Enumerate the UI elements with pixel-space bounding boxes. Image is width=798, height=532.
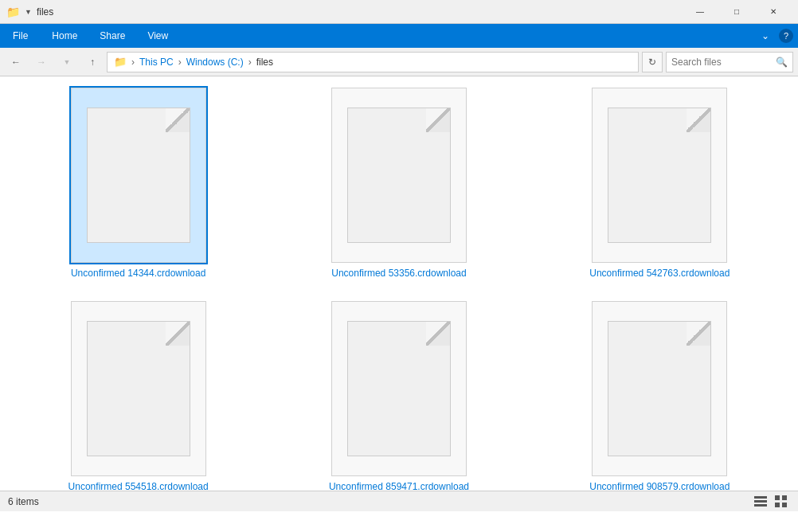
file-grid: Unconfirmed 14344.crdownload Unconfirmed… <box>0 76 798 491</box>
document-icon <box>347 321 451 456</box>
file-icon-wrap <box>71 301 206 476</box>
ribbon-collapse-button[interactable]: ⌄ <box>755 25 776 46</box>
file-item[interactable]: Unconfirmed 908579.crdownload <box>538 298 782 491</box>
ribbon-tab-share[interactable]: Share <box>88 24 136 48</box>
details-view-button[interactable] <box>752 493 769 510</box>
file-name: Unconfirmed 908579.crdownload <box>589 481 730 491</box>
breadcrumb-windows[interactable]: Windows (C:) <box>186 57 244 68</box>
file-name: Unconfirmed 542763.crdownload <box>589 268 730 279</box>
file-name: Unconfirmed 53356.crdownload <box>331 268 466 279</box>
search-input[interactable] <box>671 57 773 68</box>
refresh-button[interactable]: ↻ <box>642 52 663 72</box>
file-icon-wrap <box>592 301 727 476</box>
page-fold <box>687 108 710 132</box>
file-item[interactable]: Unconfirmed 53356.crdownload <box>276 84 521 282</box>
file-item[interactable]: Unconfirmed 859471.crdownload <box>276 298 521 491</box>
file-name: Unconfirmed 14344.crdownload <box>71 268 205 279</box>
large-icons-view-button[interactable] <box>773 493 790 510</box>
document-icon <box>608 321 711 456</box>
file-item[interactable]: Unconfirmed 554518.crdownload <box>16 298 260 491</box>
minimize-button[interactable]: — <box>682 0 718 24</box>
title-bar: 📁 ▼ files — □ ✕ <box>0 0 798 24</box>
svg-rect-2 <box>754 504 767 507</box>
ribbon-tab-home[interactable]: Home <box>41 24 88 48</box>
document-icon <box>87 108 190 243</box>
window-title: files <box>37 6 53 18</box>
up-button[interactable]: ↑ <box>81 51 104 73</box>
svg-rect-1 <box>754 500 767 503</box>
document-icon <box>87 321 190 456</box>
file-name: Unconfirmed 554518.crdownload <box>68 481 209 491</box>
svg-rect-4 <box>782 495 787 500</box>
title-controls: — □ ✕ <box>682 0 792 24</box>
page-fold <box>426 108 450 132</box>
document-icon <box>347 108 451 243</box>
file-icon-wrap <box>331 301 467 476</box>
file-name: Unconfirmed 859471.crdownload <box>329 481 469 491</box>
file-icon-wrap <box>592 88 727 263</box>
document-icon <box>608 108 711 243</box>
ribbon: File Home Share View ⌄ ? <box>0 24 798 48</box>
page-fold <box>166 322 190 346</box>
item-count: 6 items <box>8 496 39 507</box>
page-fold <box>426 322 450 346</box>
status-bar: 6 items <box>0 491 798 511</box>
view-controls <box>752 493 790 510</box>
title-dropdown-icon[interactable]: ▼ <box>25 8 32 16</box>
breadcrumb-thispc[interactable]: This PC <box>139 57 174 68</box>
nav-bar: ← → ▼ ↑ 📁 › This PC › Windows (C:) › fil… <box>0 48 798 76</box>
back-button[interactable]: ← <box>5 51 27 73</box>
search-bar[interactable]: 🔍 <box>666 52 793 72</box>
file-item[interactable]: Unconfirmed 14344.crdownload <box>16 84 260 282</box>
folder-icon-small: 📁 <box>114 56 127 68</box>
maximize-button[interactable]: □ <box>718 0 755 24</box>
help-button[interactable]: ? <box>779 29 793 43</box>
ribbon-tab-file[interactable]: File <box>0 24 41 48</box>
title-bar-icons: 📁 ▼ <box>6 6 32 18</box>
ribbon-tab-view[interactable]: View <box>136 24 179 48</box>
forward-button[interactable]: → <box>30 51 53 73</box>
page-fold <box>687 322 710 346</box>
svg-rect-0 <box>754 496 767 499</box>
recent-locations-button[interactable]: ▼ <box>56 51 78 73</box>
content-area: Unconfirmed 14344.crdownload Unconfirmed… <box>0 76 798 511</box>
address-bar[interactable]: 📁 › This PC › Windows (C:) › files <box>107 52 639 72</box>
breadcrumb-files: files <box>256 57 273 68</box>
close-button[interactable]: ✕ <box>755 0 792 24</box>
ribbon-right-controls: ⌄ ? <box>755 25 798 46</box>
file-item[interactable]: Unconfirmed 542763.crdownload <box>538 84 782 282</box>
svg-rect-3 <box>775 495 780 500</box>
page-fold <box>166 108 190 132</box>
svg-rect-5 <box>775 503 780 507</box>
search-icon: 🔍 <box>776 57 788 68</box>
svg-rect-6 <box>782 503 787 507</box>
window-icon: 📁 <box>6 6 20 18</box>
file-icon-wrap <box>71 88 206 263</box>
file-icon-wrap <box>331 88 467 263</box>
